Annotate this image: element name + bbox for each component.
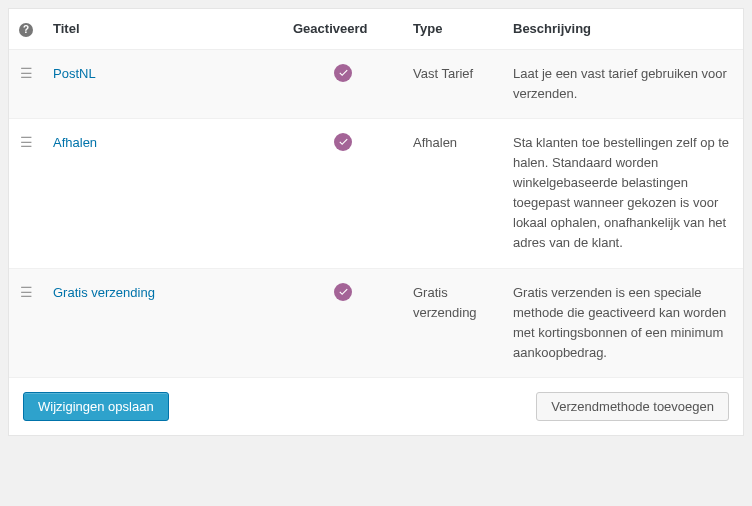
drag-handle-icon[interactable]: ☰ [20,135,33,149]
activated-check-icon[interactable] [334,133,352,151]
table-row: ☰ Afhalen Afhalen Sta klanten toe bestel… [9,118,743,268]
help-icon[interactable]: ? [19,23,33,37]
header-type: Type [403,9,503,49]
method-type: Afhalen [403,118,503,268]
shipping-methods-table: ? Titel Geactiveerd Type Beschrijving ☰ … [9,9,743,378]
method-type: Vast Tarief [403,49,503,118]
shipping-methods-panel: ? Titel Geactiveerd Type Beschrijving ☰ … [8,8,744,436]
method-title-link[interactable]: Gratis verzending [53,285,155,300]
activated-check-icon[interactable] [334,283,352,301]
header-activated: Geactiveerd [283,9,403,49]
drag-handle-icon[interactable]: ☰ [20,285,33,299]
drag-handle-icon[interactable]: ☰ [20,66,33,80]
header-description: Beschrijving [503,9,743,49]
method-type: Gratis verzending [403,268,503,378]
save-button[interactable]: Wijzigingen opslaan [23,392,169,421]
activated-check-icon[interactable] [334,64,352,82]
method-description: Gratis verzenden is een speciale methode… [503,268,743,378]
table-body: ☰ PostNL Vast Tarief Laat je een vast ta… [9,49,743,378]
method-title-link[interactable]: PostNL [53,66,96,81]
add-method-button[interactable]: Verzendmethode toevoegen [536,392,729,421]
table-row: ☰ PostNL Vast Tarief Laat je een vast ta… [9,49,743,118]
header-title: Titel [43,9,283,49]
method-title-link[interactable]: Afhalen [53,135,97,150]
panel-footer: Wijzigingen opslaan Verzendmethode toevo… [9,378,743,435]
method-description: Sta klanten toe bestellingen zelf op te … [503,118,743,268]
table-row: ☰ Gratis verzending Gratis verzending Gr… [9,268,743,378]
method-description: Laat je een vast tarief gebruiken voor v… [503,49,743,118]
header-help: ? [9,9,43,49]
